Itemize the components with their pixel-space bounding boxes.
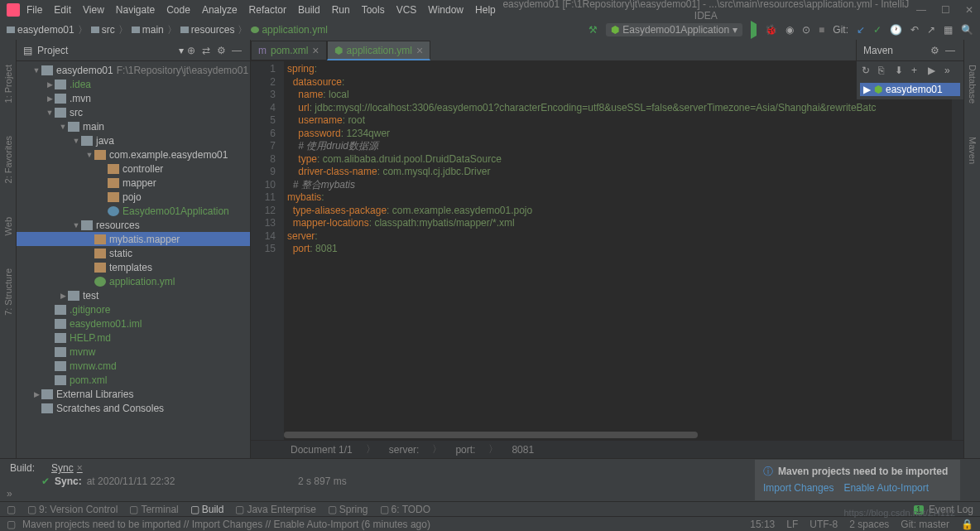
tool-project[interactable]: 1: Project — [3, 65, 13, 103]
tree-item[interactable]: static — [17, 246, 250, 260]
collapse-icon[interactable]: — — [945, 45, 957, 56]
breadcrumb-item[interactable]: application.yml — [251, 24, 327, 36]
tool-favorites[interactable]: 2: Favorites — [3, 136, 13, 183]
close-button[interactable]: ✕ — [965, 4, 973, 16]
run-button[interactable] — [751, 24, 757, 36]
gear-icon[interactable]: ⚙ — [217, 45, 228, 56]
collapse-icon[interactable]: — — [232, 45, 243, 56]
more-icon[interactable]: » — [944, 65, 956, 76]
run-config-selector[interactable]: ⬢ Easydemo01Application ▾ — [606, 23, 742, 36]
tool-javaenterprise[interactable]: ▢Java Enterprise — [235, 504, 315, 515]
tree-item[interactable]: easydemo01.iml — [17, 316, 250, 331]
menu-analyze[interactable]: Analyze — [202, 4, 238, 16]
debug-button[interactable]: 🐞 — [765, 24, 777, 36]
tree-item[interactable]: mybatis.mapper — [17, 232, 250, 246]
tree-item[interactable]: ▶.idea — [17, 77, 250, 91]
tree-item[interactable]: controller — [17, 162, 250, 176]
locate-icon[interactable]: ⊕ — [187, 45, 199, 56]
menu-help[interactable]: Help — [475, 4, 496, 16]
tree-item[interactable]: HELP.md — [17, 331, 250, 345]
menu-window[interactable]: Window — [428, 4, 464, 16]
code-content[interactable]: spring: datasource: name: local url: jdb… — [284, 61, 952, 440]
breadcrumb-item[interactable]: main — [132, 24, 164, 36]
editor-tab[interactable]: ⬢application.yml× — [327, 41, 431, 60]
tree-item[interactable]: Scratches and Consoles — [17, 401, 250, 415]
import-changes-link[interactable]: Import Changes — [763, 482, 833, 494]
menu-navigate[interactable]: Navigate — [116, 4, 155, 16]
run-icon[interactable]: ▶ — [928, 65, 939, 76]
tree-item[interactable]: ▼src — [17, 105, 250, 119]
hammer-icon[interactable]: ⚒ — [588, 24, 598, 36]
tree-item[interactable]: pom.xml — [17, 373, 250, 387]
horizontal-scrollbar[interactable] — [284, 432, 952, 440]
close-icon[interactable]: × — [416, 44, 423, 57]
stop-button[interactable]: ■ — [819, 24, 824, 36]
breadcrumb-item[interactable]: resources — [180, 24, 235, 36]
enable-auto-import-link[interactable]: Enable Auto-Import — [843, 482, 929, 494]
tool-build[interactable]: ▢Build — [190, 504, 224, 515]
menu-vcs[interactable]: VCS — [396, 4, 417, 16]
menu-edit[interactable]: Edit — [54, 4, 71, 16]
status-item[interactable]: 2 spaces — [849, 519, 889, 530]
close-icon[interactable]: × — [312, 44, 319, 57]
close-icon[interactable]: × — [77, 462, 83, 474]
breadcrumb-segment[interactable]: 8081 — [512, 444, 534, 456]
tree-item[interactable]: mvnw.cmd — [17, 359, 250, 373]
editor-tab[interactable]: mpom.xml× — [251, 41, 327, 60]
tree-item[interactable]: mvnw — [17, 345, 250, 359]
minimize-button[interactable]: — — [916, 4, 926, 16]
tool-web[interactable]: Web — [3, 217, 13, 235]
git-commit-button[interactable]: ✓ — [873, 24, 882, 36]
tree-item[interactable]: pojo — [17, 190, 250, 204]
tree-item[interactable]: Easydemo01Application — [17, 204, 250, 218]
menu-refactor[interactable]: Refactor — [249, 4, 286, 16]
git-update-button[interactable]: ↙ — [857, 24, 865, 36]
breadcrumb-segment[interactable]: server: — [389, 444, 420, 456]
status-item[interactable]: UTF-8 — [809, 519, 838, 530]
breadcrumb-item[interactable]: src — [91, 24, 115, 36]
search-button[interactable]: 🔍 — [961, 24, 973, 36]
tree-item[interactable]: ▶External Libraries — [17, 387, 250, 401]
git-history-button[interactable]: 🕐 — [890, 24, 902, 36]
ide-settings-button[interactable]: ▦ — [944, 24, 953, 36]
git-revert-button[interactable]: ↶ — [910, 24, 919, 36]
download-icon[interactable]: ⬇ — [895, 65, 906, 76]
messages-icon[interactable]: ▢ — [7, 504, 16, 515]
tree-item[interactable]: application.yml — [17, 274, 250, 288]
tree-item[interactable]: ▼java — [17, 133, 250, 147]
status-item[interactable]: LF — [786, 519, 798, 530]
git-push-button[interactable]: ↗ — [927, 24, 935, 36]
menu-build[interactable]: Build — [298, 4, 320, 16]
breadcrumb-segment[interactable]: port: — [455, 444, 475, 456]
project-tree[interactable]: ▼easydemo01F:\1Repository\jt\easydemo01▶… — [17, 61, 250, 458]
maven-module[interactable]: ▶ ⬢ easydemo01 — [860, 83, 960, 96]
reload-icon[interactable]: ↻ — [862, 65, 873, 76]
tree-item[interactable]: .gitignore — [17, 302, 250, 316]
status-item[interactable]: 15:13 — [750, 519, 775, 530]
profiler-button[interactable]: ⊙ — [802, 24, 810, 36]
tree-item[interactable]: ▼com.example.easydemo01 — [17, 147, 250, 162]
breadcrumb-segment[interactable]: Document 1/1 — [291, 444, 353, 456]
gear-icon[interactable]: ⚙ — [930, 45, 942, 56]
tool-database[interactable]: Database — [968, 65, 978, 104]
lock-icon[interactable]: 🔒 — [961, 519, 973, 530]
breadcrumb-item[interactable]: easydemo01 — [7, 24, 74, 36]
menu-code[interactable]: Code — [166, 4, 190, 16]
tree-item[interactable]: ▼main — [17, 119, 250, 133]
tool-todo[interactable]: ▢6: TODO — [380, 504, 431, 515]
menu-run[interactable]: Run — [332, 4, 350, 16]
menu-view[interactable]: View — [83, 4, 104, 16]
project-dropdown-icon[interactable]: ▤ — [23, 45, 32, 56]
menu-tools[interactable]: Tools — [362, 4, 385, 16]
status-icon[interactable]: ▢ — [7, 519, 16, 530]
tool-versioncontrol[interactable]: ▢9: Version Control — [27, 504, 118, 515]
tool-spring[interactable]: ▢Spring — [328, 504, 368, 515]
chevron-down-icon[interactable]: ▾ — [179, 45, 184, 56]
tree-item[interactable]: ▼easydemo01F:\1Repository\jt\easydemo01 — [17, 63, 250, 77]
tree-item[interactable]: ▼resources — [17, 218, 250, 232]
coverage-button[interactable]: ◉ — [785, 24, 794, 36]
code-editor[interactable]: 123456789101112131415 spring: datasource… — [251, 61, 963, 440]
more-icon[interactable]: » — [7, 488, 12, 500]
tree-item[interactable]: ▶test — [17, 288, 250, 302]
tree-item[interactable]: templates — [17, 260, 250, 274]
